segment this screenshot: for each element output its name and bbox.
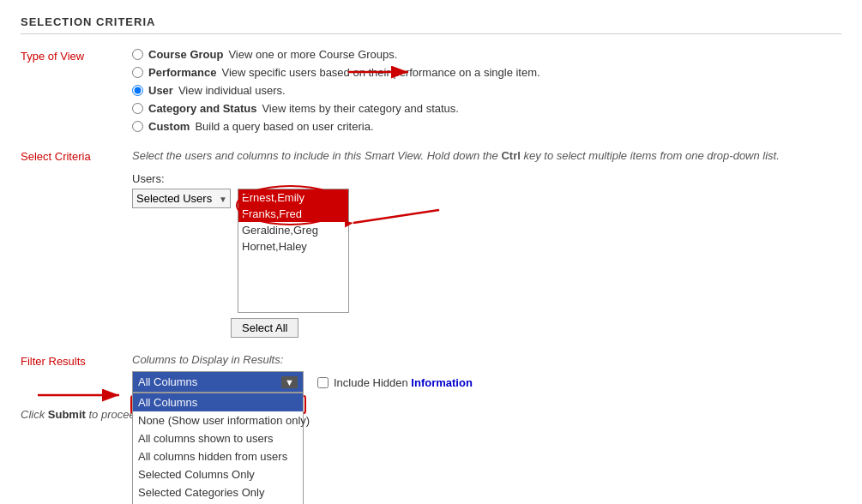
- red-arrow-users-svg: [345, 197, 448, 240]
- radio-group: Course Group View one or more Course Gro…: [132, 48, 841, 133]
- include-hidden-highlight-text: Information: [411, 376, 473, 389]
- option-name-category-status: Category and Status: [148, 102, 256, 115]
- radio-performance[interactable]: [132, 67, 143, 78]
- option-desc-category-status: View items by their category and status.: [262, 102, 459, 115]
- columns-label: Columns to Display in Results:: [132, 353, 841, 366]
- radio-custom[interactable]: [132, 121, 143, 132]
- user-item-ernest[interactable]: Ernest,Emily: [238, 189, 348, 206]
- select-criteria-info-text2: key to select multiple items from one dr…: [521, 149, 780, 162]
- page-container: SELECTION CRITERIA Type of View Course G…: [0, 0, 862, 436]
- columns-option-all-columns[interactable]: All Columns: [133, 393, 303, 411]
- select-criteria-label: Select Criteria: [21, 148, 132, 163]
- columns-option-all-hidden[interactable]: All columns hidden from users: [133, 447, 303, 465]
- radio-option-user[interactable]: User View individual users.: [132, 84, 841, 97]
- columns-select-value: All Columns: [138, 375, 197, 388]
- option-name-course-group: Course Group: [148, 48, 223, 61]
- option-desc-user: View individual users.: [178, 84, 286, 97]
- user-item-geraldine[interactable]: Geraldine,Greg: [238, 222, 348, 238]
- radio-option-course-group[interactable]: Course Group View one or more Course Gro…: [132, 48, 841, 61]
- type-of-view-row: Type of View Course Group View one or mo…: [21, 48, 841, 133]
- users-type-select[interactable]: Selected Users All Users: [132, 189, 231, 208]
- user-item-hornet[interactable]: Hornet,Haley: [238, 238, 348, 255]
- columns-option-none[interactable]: None (Show user information only): [133, 411, 303, 429]
- select-criteria-content: Select the users and columns to include …: [132, 148, 841, 338]
- type-of-view-label: Type of View: [21, 48, 132, 63]
- select-all-button[interactable]: Select All: [231, 318, 298, 338]
- columns-option-selected-columns[interactable]: Selected Columns Only: [133, 465, 303, 483]
- columns-dropdown: All Columns None (Show user information …: [132, 393, 304, 504]
- radio-option-custom[interactable]: Custom Build a query based on user crite…: [132, 120, 841, 133]
- filter-results-label-text: Filter Results: [21, 355, 86, 368]
- bottom-submit-text: Submit: [48, 408, 86, 421]
- radio-user[interactable]: [132, 85, 143, 96]
- columns-option-all-shown[interactable]: All columns shown to users: [133, 429, 303, 447]
- filter-results-row: Filter Results Columns to Display in Res…: [21, 353, 841, 393]
- bottom-click-text: Click: [21, 408, 48, 421]
- option-desc-custom: Build a query based on user criteria.: [195, 120, 373, 133]
- radio-option-category-status[interactable]: Category and Status View items by their …: [132, 102, 841, 115]
- select-criteria-info-text: Select the users and columns to include …: [132, 149, 501, 162]
- users-label: Users:: [132, 172, 841, 185]
- option-name-performance: Performance: [148, 66, 216, 79]
- include-hidden-checkbox[interactable]: [317, 377, 329, 388]
- select-criteria-info: Select the users and columns to include …: [132, 148, 841, 164]
- include-hidden-wrapper: Include Hidden Information: [317, 371, 473, 389]
- users-controls: Selected Users All Users ▼ Ernest,Emily …: [132, 189, 841, 313]
- option-name-custom: Custom: [148, 120, 190, 133]
- red-arrow-user-svg: [344, 55, 421, 89]
- radio-option-performance[interactable]: Performance View specific users based on…: [132, 66, 841, 79]
- users-listbox-container: Ernest,Emily Franks,Fred Geraldine,Greg …: [238, 189, 349, 313]
- select-criteria-row: Select Criteria Select the users and col…: [21, 148, 841, 338]
- select-criteria-label-text: Select Criteria: [21, 150, 91, 163]
- filter-row: All Columns ▼ All Columns None (Show use…: [132, 371, 841, 393]
- include-hidden-text: Include Hidden: [334, 376, 411, 389]
- users-dropdown-wrapper: Selected Users All Users ▼: [132, 189, 231, 208]
- include-hidden-label: Include Hidden Information: [334, 376, 473, 389]
- option-name-user: User: [148, 84, 173, 97]
- users-list-box[interactable]: Ernest,Emily Franks,Fred Geraldine,Greg …: [238, 189, 349, 313]
- user-item-franks[interactable]: Franks,Fred: [238, 206, 348, 222]
- ctrl-key-label: Ctrl: [501, 149, 520, 162]
- columns-select-button[interactable]: All Columns ▼: [132, 371, 304, 393]
- svg-line-3: [353, 210, 439, 223]
- section-title: SELECTION CRITERIA: [21, 15, 841, 34]
- radio-category-status[interactable]: [132, 103, 143, 114]
- columns-dropdown-arrow-icon: ▼: [281, 376, 298, 388]
- filter-results-content: Columns to Display in Results: All Colum…: [132, 353, 841, 393]
- filter-results-label: Filter Results: [21, 353, 132, 368]
- columns-select-container: All Columns ▼ All Columns None (Show use…: [132, 371, 304, 393]
- radio-course-group[interactable]: [132, 49, 143, 60]
- type-of-view-content: Course Group View one or more Course Gro…: [132, 48, 841, 133]
- columns-option-selected-categories[interactable]: Selected Categories Only: [133, 483, 303, 501]
